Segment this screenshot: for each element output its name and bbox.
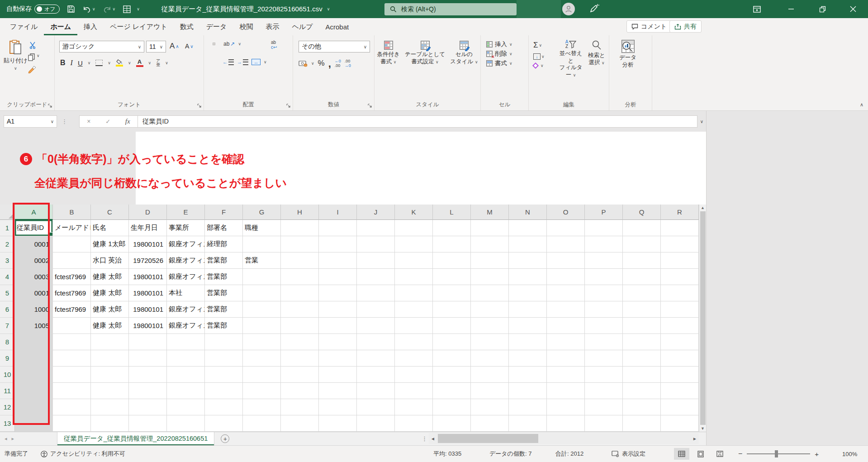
align-middle-icon[interactable] <box>213 43 215 45</box>
share-button[interactable]: 共有 <box>669 20 702 33</box>
sheet-nav-right-icon[interactable]: ▸ <box>12 436 14 442</box>
cell-K10[interactable] <box>395 367 433 383</box>
cell-A5[interactable]: 0001 <box>15 285 53 301</box>
row-header-6[interactable]: 6 <box>0 301 15 318</box>
cell-E1[interactable]: 事業所 <box>167 220 205 236</box>
cell-B10[interactable] <box>53 367 91 383</box>
row-header-2[interactable]: 2 <box>0 236 15 252</box>
zoom-slider-thumb[interactable] <box>775 450 778 457</box>
accessibility-status[interactable]: アクセシビリティ: 利用不可 <box>41 450 125 458</box>
vertical-scroll-thumb[interactable] <box>700 211 706 425</box>
cell-M11[interactable] <box>471 383 509 399</box>
row-header-1[interactable]: 1 <box>0 220 15 236</box>
analyze-data-button[interactable]: データ分析 <box>619 40 636 68</box>
cell-B3[interactable] <box>53 252 91 269</box>
sort-filter-button[interactable]: AZ 並べ替えとフィルター ∨ <box>557 40 585 79</box>
zoom-level[interactable]: 100% <box>842 451 857 457</box>
account-avatar[interactable] <box>562 3 575 15</box>
cell-F2[interactable]: 経理部 <box>205 236 243 252</box>
close-button[interactable] <box>843 0 863 18</box>
bold-button[interactable]: B <box>60 59 66 67</box>
cell-J3[interactable] <box>357 252 395 269</box>
cell-H12[interactable] <box>281 399 319 415</box>
cell-F12[interactable] <box>205 399 243 415</box>
cut-button[interactable] <box>29 42 37 49</box>
column-header-P[interactable]: P <box>585 205 623 220</box>
column-header-H[interactable]: H <box>281 205 319 220</box>
cell-K5[interactable] <box>395 285 433 301</box>
cell-A3[interactable]: 0002 <box>15 252 53 269</box>
autosave-toggle[interactable]: 自動保存 オフ <box>6 5 60 14</box>
cell-K9[interactable] <box>395 350 433 367</box>
column-header-K[interactable]: K <box>395 205 433 220</box>
cell-D7[interactable]: 19800101 <box>129 318 167 334</box>
autosum-button[interactable]: Σ∨ <box>533 41 545 50</box>
comma-style-button[interactable]: , <box>328 61 331 66</box>
ribbon-tab-1[interactable]: ファイル <box>4 18 44 35</box>
conditional-formatting-button[interactable]: 条件付き書式 ∨ <box>377 41 400 97</box>
cell-Q12[interactable] <box>623 399 661 415</box>
cell-H10[interactable] <box>281 367 319 383</box>
cell-O6[interactable] <box>547 301 585 318</box>
column-header-F[interactable]: F <box>205 205 243 220</box>
column-header-R[interactable]: R <box>661 205 699 220</box>
cell-E9[interactable] <box>167 350 205 367</box>
cell-C7[interactable]: 健康 太郎 <box>91 318 129 334</box>
cell-H2[interactable] <box>281 236 319 252</box>
collapse-ribbon-icon[interactable]: ∧ <box>860 102 863 108</box>
font-size-select[interactable]: 11∨ <box>146 41 166 52</box>
cell-H1[interactable] <box>281 220 319 236</box>
scroll-left-icon[interactable]: ◄ <box>429 436 437 441</box>
cell-Q3[interactable] <box>623 252 661 269</box>
cell-J7[interactable] <box>357 318 395 334</box>
cell-F9[interactable] <box>205 350 243 367</box>
cell-I13[interactable] <box>319 415 357 432</box>
decrease-indent-icon[interactable]: ← <box>223 59 234 65</box>
cell-O1[interactable] <box>547 220 585 236</box>
row-header-8[interactable]: 8 <box>0 334 15 350</box>
cell-I3[interactable] <box>319 252 357 269</box>
cell-E2[interactable]: 銀座オフィス <box>167 236 205 252</box>
cell-R13[interactable] <box>661 415 699 432</box>
cell-D11[interactable] <box>129 383 167 399</box>
cell-A11[interactable] <box>15 383 53 399</box>
save-icon[interactable] <box>67 5 75 13</box>
cell-B12[interactable] <box>53 399 91 415</box>
cell-Q13[interactable] <box>623 415 661 432</box>
cell-P1[interactable] <box>585 220 623 236</box>
cell-C5[interactable]: 健康 太郎 <box>91 285 129 301</box>
cell-P12[interactable] <box>585 399 623 415</box>
fill-color-caret[interactable]: ∨ <box>128 61 131 65</box>
cell-R1[interactable] <box>661 220 699 236</box>
cell-G3[interactable]: 営業 <box>243 252 281 269</box>
align-bottom-icon[interactable] <box>218 43 220 45</box>
cell-D3[interactable]: 19720526 <box>129 252 167 269</box>
minimize-button[interactable] <box>781 0 802 18</box>
cell-F6[interactable]: 営業部 <box>205 301 243 318</box>
cell-B11[interactable] <box>53 383 91 399</box>
cell-E11[interactable] <box>167 383 205 399</box>
cell-E13[interactable] <box>167 415 205 432</box>
phonetic-caret[interactable]: ∨ <box>165 61 168 65</box>
cell-P6[interactable] <box>585 301 623 318</box>
cell-B2[interactable] <box>53 236 91 252</box>
cell-R7[interactable] <box>661 318 699 334</box>
underline-button[interactable]: U <box>78 59 83 67</box>
cell-K13[interactable] <box>395 415 433 432</box>
cell-K8[interactable] <box>395 334 433 350</box>
cell-N6[interactable] <box>509 301 547 318</box>
cell-R9[interactable] <box>661 350 699 367</box>
cell-J4[interactable] <box>357 269 395 285</box>
cell-C12[interactable] <box>91 399 129 415</box>
cell-M13[interactable] <box>471 415 509 432</box>
ribbon-tab-3[interactable]: 挿入 <box>77 18 104 35</box>
insert-function-icon[interactable]: fx <box>125 118 130 125</box>
cell-D9[interactable] <box>129 350 167 367</box>
increase-indent-icon[interactable]: → <box>237 59 248 65</box>
undo-icon[interactable] <box>82 5 91 13</box>
cell-P11[interactable] <box>585 383 623 399</box>
align-left-icon[interactable] <box>208 61 209 63</box>
cell-I2[interactable] <box>319 236 357 252</box>
cell-Q5[interactable] <box>623 285 661 301</box>
cell-F5[interactable]: 営業部 <box>205 285 243 301</box>
